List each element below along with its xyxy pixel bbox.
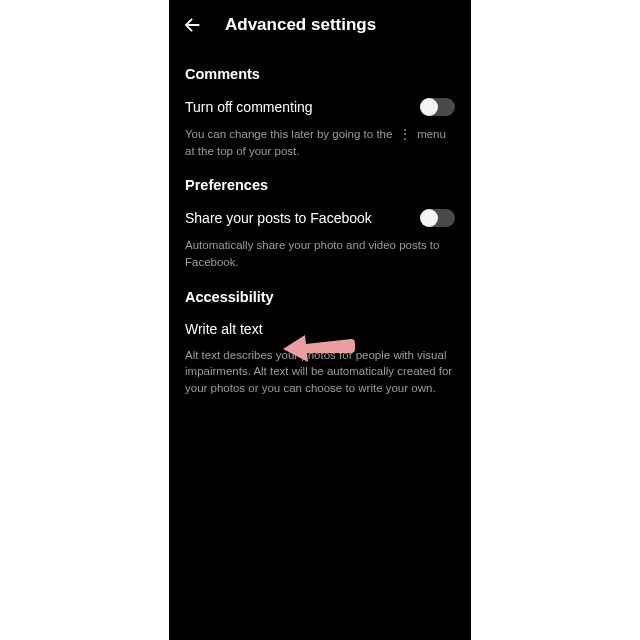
page-title: Advanced settings [225, 15, 376, 35]
toggle-knob [420, 98, 438, 116]
row-share-facebook[interactable]: Share your posts to Facebook [185, 209, 455, 227]
section-title-accessibility: Accessibility [185, 289, 455, 305]
section-comments: Comments Turn off commenting You can cha… [169, 66, 471, 159]
back-button[interactable] [181, 14, 203, 36]
desc-preferences: Automatically share your photo and video… [185, 237, 455, 270]
toggle-knob [420, 209, 438, 227]
phone-frame: Advanced settings Comments Turn off comm… [169, 0, 471, 640]
desc-comments: You can change this later by going to th… [185, 126, 455, 159]
arrow-left-icon [181, 14, 203, 36]
section-preferences: Preferences Share your posts to Facebook… [169, 177, 471, 270]
section-title-comments: Comments [185, 66, 455, 82]
toggle-turn-off-commenting[interactable] [421, 98, 455, 116]
section-accessibility: Accessibility Write alt text Alt text de… [169, 289, 471, 397]
desc-accessibility: Alt text describes your photos for peopl… [185, 347, 455, 397]
row-turn-off-commenting[interactable]: Turn off commenting [185, 98, 455, 116]
section-title-preferences: Preferences [185, 177, 455, 193]
label-write-alt-text: Write alt text [185, 321, 263, 337]
toggle-share-facebook[interactable] [421, 209, 455, 227]
row-write-alt-text[interactable]: Write alt text [185, 321, 455, 337]
header-bar: Advanced settings [169, 0, 471, 48]
label-share-facebook: Share your posts to Facebook [185, 210, 372, 226]
label-turn-off-commenting: Turn off commenting [185, 99, 313, 115]
